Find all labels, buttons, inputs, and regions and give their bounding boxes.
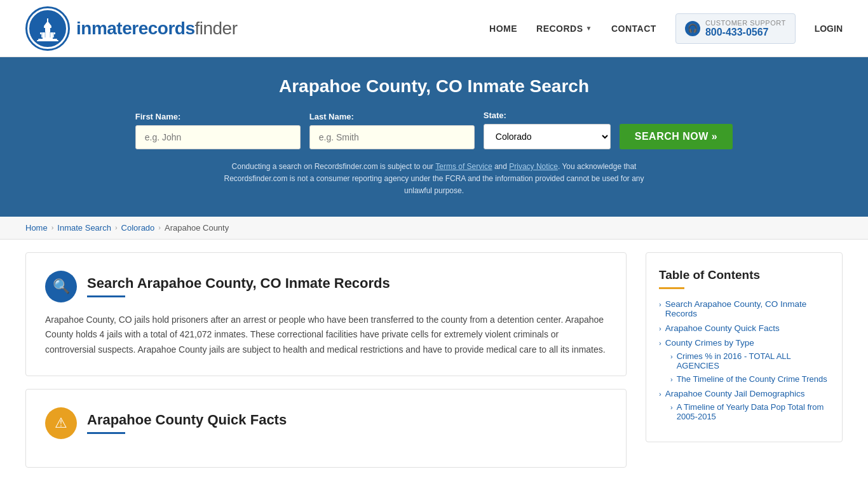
hero-title: Arapahoe County, CO Inmate Search (25, 76, 843, 97)
state-label: State: (484, 111, 506, 120)
quick-facts-header: ⚠ Arapahoe County Quick Facts (45, 407, 607, 439)
breadcrumb-current: Arapahoe County (165, 223, 229, 233)
toc-list: › Search Arapahoe County, CO Inmate Reco… (659, 299, 829, 421)
search-records-card: 🔍 Search Arapahoe County, CO Inmate Reco… (25, 252, 627, 376)
breadcrumb-sep-1: › (51, 224, 54, 231)
search-now-button[interactable]: SEARCH NOW » (620, 124, 733, 149)
search-records-title-block: Search Arapahoe County, CO Inmate Record… (87, 275, 390, 297)
nav-contact[interactable]: CONTACT (611, 24, 656, 34)
search-form: First Name: Last Name: State: ColoradoAl… (25, 111, 843, 149)
toc-link-crimes-2016[interactable]: › Crimes % in 2016 - TOTAL ALL AGENCIES (670, 351, 829, 370)
toc-item-2: › County Crimes by Type › Crimes % in 20… (659, 338, 829, 384)
state-select[interactable]: ColoradoAlabamaAlaskaArizonaArkansasCali… (484, 124, 611, 149)
nav-login[interactable]: LOGIN (815, 24, 843, 34)
toc-title: Table of Contents (659, 268, 829, 282)
logo-text: inmaterecordsfinder (76, 18, 238, 39)
toc-link-timeline-yearly[interactable]: › A Timeline of Yearly Data Pop Total fr… (670, 402, 829, 421)
last-name-input[interactable] (309, 125, 475, 149)
privacy-link[interactable]: Privacy Notice (509, 162, 558, 171)
toc-link-search[interactable]: › Search Arapahoe County, CO Inmate Reco… (659, 299, 829, 318)
breadcrumb: Home › Inmate Search › Colorado › Arapah… (0, 217, 868, 240)
toc-card: Table of Contents › Search Arapahoe Coun… (646, 252, 843, 442)
support-phone: 800-433-0567 (705, 27, 786, 38)
disclaimer-text: Conducting a search on Recordsfinder.com… (212, 161, 656, 198)
chevron-right-icon: › (659, 301, 661, 308)
nav-home[interactable]: HOME (489, 24, 517, 34)
svg-rect-9 (50, 32, 51, 37)
chevron-right-icon-5: › (670, 376, 673, 383)
search-records-title: Search Arapahoe County, CO Inmate Record… (87, 275, 390, 292)
first-name-input[interactable] (135, 125, 301, 149)
content-left: 🔍 Search Arapahoe County, CO Inmate Reco… (25, 252, 646, 480)
chevron-right-icon-2: › (659, 325, 661, 332)
toc-sidebar: Table of Contents › Search Arapahoe Coun… (646, 252, 843, 480)
nav-records[interactable]: RECORDS ▼ (536, 24, 592, 34)
search-icon: 🔍 (45, 271, 77, 302)
toc-sub-crimes: › Crimes % in 2016 - TOTAL ALL AGENCIES … (659, 351, 829, 384)
chevron-down-icon: ▼ (586, 25, 592, 32)
breadcrumb-inmate-search[interactable]: Inmate Search (57, 223, 111, 233)
toc-link-timeline[interactable]: › The Timeline of the County Crime Trend… (670, 374, 829, 384)
terms-link[interactable]: Terms of Service (435, 162, 492, 171)
svg-rect-12 (37, 40, 58, 41)
chevron-right-icon-4: › (670, 353, 673, 360)
svg-rect-6 (47, 18, 48, 22)
quick-facts-underline (87, 432, 125, 434)
quick-facts-title-block: Arapahoe County Quick Facts (87, 412, 287, 434)
support-label: CUSTOMER SUPPORT (705, 19, 786, 27)
toc-item-1: › Arapahoe County Quick Facts (659, 323, 829, 333)
main-nav: HOME RECORDS ▼ CONTACT 🎧 CUSTOMER SUPPOR… (489, 13, 843, 44)
title-underline (87, 295, 125, 297)
search-records-body: Arapahoe County, CO jails hold prisoners… (45, 313, 607, 358)
toc-sub-demographics: › A Timeline of Yearly Data Pop Total fr… (659, 402, 829, 421)
toc-link-quick-facts[interactable]: › Arapahoe County Quick Facts (659, 323, 829, 333)
quick-facts-title: Arapahoe County Quick Facts (87, 412, 287, 428)
last-name-group: Last Name: (309, 112, 475, 149)
last-name-label: Last Name: (309, 112, 354, 121)
state-group: State: ColoradoAlabamaAlaskaArizonaArkan… (484, 111, 611, 149)
search-records-header: 🔍 Search Arapahoe County, CO Inmate Reco… (45, 271, 607, 302)
hero-section: Arapahoe County, CO Inmate Search First … (0, 57, 868, 217)
breadcrumb-home[interactable]: Home (25, 223, 48, 233)
breadcrumb-sep-2: › (115, 224, 118, 231)
svg-rect-7 (41, 32, 43, 37)
toc-underline (659, 287, 684, 289)
toc-item-0: › Search Arapahoe County, CO Inmate Reco… (659, 299, 829, 318)
site-header: inmaterecordsfinder HOME RECORDS ▼ CONTA… (0, 0, 868, 57)
logo-area: inmaterecordsfinder (25, 6, 238, 51)
svg-rect-8 (44, 32, 46, 37)
toc-sub-item-2: › A Timeline of Yearly Data Pop Total fr… (670, 402, 829, 421)
svg-rect-11 (38, 39, 57, 40)
warning-icon: ⚠ (45, 407, 77, 439)
support-info: CUSTOMER SUPPORT 800-433-0567 (705, 19, 786, 38)
logo-icon (25, 6, 70, 51)
toc-sub-item-0: › Crimes % in 2016 - TOTAL ALL AGENCIES (670, 351, 829, 370)
first-name-label: First Name: (135, 112, 181, 121)
toc-sub-item-1: › The Timeline of the County Crime Trend… (670, 374, 829, 384)
headset-icon: 🎧 (685, 21, 700, 36)
customer-support-box: 🎧 CUSTOMER SUPPORT 800-433-0567 (675, 13, 796, 44)
chevron-right-icon-6: › (659, 390, 661, 398)
toc-item-3: › Arapahoe County Jail Demographics › A … (659, 389, 829, 421)
main-content: 🔍 Search Arapahoe County, CO Inmate Reco… (0, 240, 868, 488)
svg-rect-3 (45, 27, 50, 32)
breadcrumb-sep-3: › (158, 224, 161, 231)
quick-facts-card: ⚠ Arapahoe County Quick Facts (25, 389, 627, 468)
chevron-right-icon-3: › (659, 339, 661, 347)
svg-rect-10 (53, 32, 54, 37)
breadcrumb-colorado[interactable]: Colorado (121, 223, 155, 233)
toc-link-demographics[interactable]: › Arapahoe County Jail Demographics (659, 389, 829, 398)
svg-rect-4 (44, 26, 51, 28)
toc-link-crimes[interactable]: › County Crimes by Type (659, 338, 829, 348)
chevron-right-icon-7: › (670, 403, 673, 411)
first-name-group: First Name: (135, 112, 301, 149)
